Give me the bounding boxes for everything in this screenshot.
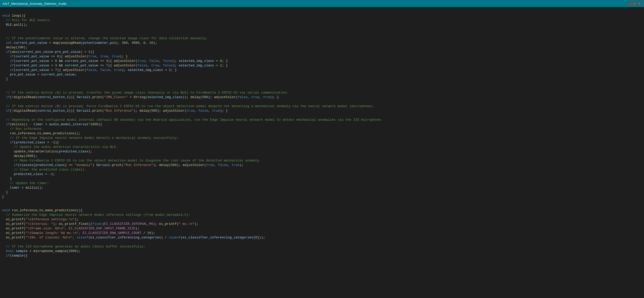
code-line: // Update the audio detection characteri…: [0, 145, 644, 149]
code-line: if(!digitalRead(control_button_1)){ Seri…: [0, 95, 644, 100]
code-line: predicted_class = -1;: [0, 172, 644, 177]
code-line: // Update the timer:: [0, 181, 644, 186]
code-line: // Make FireBeetle 2 ESP32-S3 to run the…: [0, 158, 644, 163]
code-line: [0, 27, 644, 32]
title-bar: AIoT_Mechanical_Anomaly_Detector_Audio −…: [0, 0, 644, 7]
close-button[interactable]: ×: [637, 2, 641, 6]
code-line: void loop(){: [0, 14, 644, 18]
code-line: }: [0, 190, 644, 195]
code-line: if(current_pot_value > 0 && current_pot_…: [0, 59, 644, 63]
maximize-button[interactable]: □: [632, 2, 636, 6]
code-line: if(current_pot_value > 7){ adjustColor(f…: [0, 68, 644, 72]
code-line: pre_pot_value = current_pot_value;: [0, 72, 644, 77]
code-line: void run_inference_to_make_predictions()…: [0, 208, 644, 213]
code-line: [0, 81, 644, 86]
code-line: }: [0, 77, 644, 81]
code-line: if(classes[predicted_class] == "anomaly"…: [0, 163, 644, 167]
code-editor[interactable]: void loop(){ // Poll for BLE events: BLE…: [0, 7, 644, 298]
code-line: if(abs(current_pot_value-pre_pot_value) …: [0, 50, 644, 54]
code-line: delay(2000);: [0, 154, 644, 158]
code-line: if(current_pot_value == 0){ adjustColor(…: [0, 54, 644, 59]
code-line: // Clear the predicted class (label).: [0, 167, 644, 172]
code-line: [0, 113, 644, 118]
code-line: // If the control button (A) is pressed,…: [0, 91, 644, 95]
code-line: // If the control button (B) is pressed,…: [0, 104, 644, 109]
code-line: // Summarize the Edge Impulse neural net…: [0, 213, 644, 217]
code-line: [0, 199, 644, 204]
code-line: // Depending on the configured model int…: [0, 118, 644, 122]
code-line: if(!digitalRead(control_button_2)){ Seri…: [0, 109, 644, 113]
code-line: [0, 240, 644, 244]
title-bar-controls: − □ ×: [627, 2, 641, 6]
code-line: [0, 9, 644, 14]
code-line: ei_printf("\tNo. of classes: %d\n", size…: [0, 235, 644, 240]
code-line: timer = millis();: [0, 186, 644, 190]
code-line: // If the potentiometer value is altered…: [0, 36, 644, 41]
code-line: }: [0, 177, 644, 181]
code-line: if(current_pot_value > 3 && current_pot_…: [0, 63, 644, 68]
code-line: [0, 86, 644, 91]
code-line: ei_printf("\nInference settings:\n");: [0, 217, 644, 222]
code-line: run_inference_to_make_predictions();: [0, 131, 644, 136]
code-line: int current_pot_value = map(analogRead(p…: [0, 41, 644, 45]
code-line: // If the I2S microphone generates an au…: [0, 244, 644, 249]
code-line: update_characteristics(predicted_class);: [0, 149, 644, 154]
code-line: [0, 204, 644, 208]
code-line: ei_printf("\tInterval: "); ei_printf_flo…: [0, 222, 644, 226]
title-bar-text: AIoT_Mechanical_Anomaly_Detector_Audio: [3, 2, 67, 6]
minimize-button[interactable]: −: [627, 2, 631, 6]
code-line: if(sample){: [0, 253, 644, 258]
code-line: [0, 100, 644, 104]
code-line: ei_printf("\tFrame size: %d\n", EI_CLASS…: [0, 226, 644, 231]
code-line: delay(100);: [0, 45, 644, 50]
code-line: if(millis() - timer > audio_model_interv…: [0, 122, 644, 127]
code-line: bool sample = microphone_sample(2000);: [0, 249, 644, 253]
app-window: AIoT_Mechanical_Anomaly_Detector_Audio −…: [0, 0, 644, 298]
code-line: // If the Edge Impulse neural network mo…: [0, 136, 644, 140]
code-line: BLE.poll();: [0, 23, 644, 27]
code-line: }: [0, 195, 644, 199]
code-line: if(predicted_class > -1){: [0, 140, 644, 145]
code-line: // Run inference.: [0, 127, 644, 131]
code-line: ei_printf("\tSample length: %d ms.\n", E…: [0, 231, 644, 235]
code-line: [0, 32, 644, 36]
code-line: // Poll for BLE events:: [0, 18, 644, 23]
